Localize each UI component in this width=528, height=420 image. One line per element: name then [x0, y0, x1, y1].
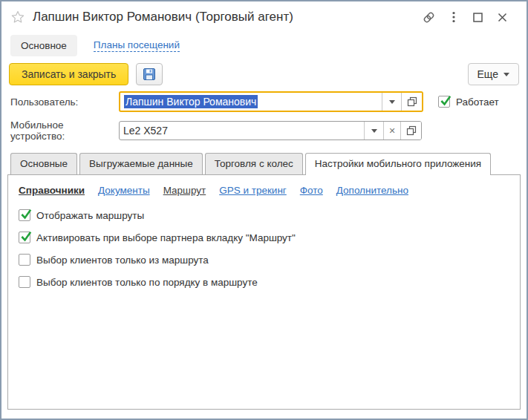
open-icon	[407, 96, 417, 107]
chevron-down-icon	[389, 100, 395, 104]
kebab-menu-icon[interactable]	[441, 8, 466, 26]
user-dropdown-button[interactable]	[382, 93, 401, 111]
user-field: Лапшин Виктор Романович	[119, 91, 423, 112]
window-titlebar: Лапшин Виктор Романович (Торговый агент)	[1, 1, 527, 31]
device-dropdown-button[interactable]	[364, 122, 383, 140]
checkbox-box	[19, 276, 30, 288]
checkbox-label: Выбор клиентов только из маршрута	[36, 255, 209, 266]
user-open-button[interactable]	[401, 93, 422, 111]
checkbox-clients-from-route-only[interactable]: Выбор клиентов только из маршрута	[19, 254, 509, 266]
tab-mobile-app-settings[interactable]: Настройки мобильного приложения	[305, 153, 491, 175]
checkmark-icon	[439, 94, 452, 108]
maximize-icon[interactable]	[466, 8, 490, 26]
more-button[interactable]: Еще	[468, 63, 520, 85]
user-field-row: Пользователь: Лапшин Виктор Романович Ра…	[10, 91, 518, 112]
tab-strip: Основные Выгружаемые данные Торговля с к…	[7, 153, 521, 174]
more-button-label: Еще	[478, 68, 499, 80]
link-additional[interactable]: Дополнительно	[336, 185, 408, 196]
link-photo[interactable]: Фото	[300, 185, 323, 196]
user-input[interactable]: Лапшин Виктор Романович	[120, 93, 382, 111]
works-checkbox[interactable]: Работает	[438, 96, 499, 108]
checkbox-label: Отображать маршруты	[36, 210, 144, 221]
favorite-star-icon[interactable]	[10, 10, 25, 24]
command-bar: Записать и закрыть Еще	[1, 59, 527, 89]
checkbox-box	[19, 209, 30, 221]
link-gps-tracking[interactable]: GPS и трекинг	[219, 185, 287, 196]
checkbox-clients-in-route-order[interactable]: Выбор клиентов только по порядку в маршр…	[19, 276, 509, 288]
works-checkbox-label: Работает	[456, 96, 499, 108]
checkbox-activate-route-tab[interactable]: Активировать при выборе партнера вкладку…	[19, 232, 509, 243]
get-link-icon[interactable]	[417, 8, 441, 26]
checkmark-icon	[19, 230, 33, 243]
nav-tab-main[interactable]: Основное	[10, 35, 77, 56]
user-field-label: Пользователь:	[10, 96, 119, 108]
tab-van-selling[interactable]: Торговля с колес	[205, 153, 303, 174]
link-documents[interactable]: Документы	[98, 185, 150, 196]
settings-checkbox-list: Отображать маршруты Активировать при выб…	[19, 209, 509, 288]
tab-exported-data[interactable]: Выгружаемые данные	[79, 153, 203, 174]
chevron-down-icon	[503, 73, 509, 76]
device-field-row: Мобильное устройство: Le2 X527 ✕	[10, 119, 518, 142]
checkbox-box	[19, 254, 30, 266]
nav-link-visit-plans[interactable]: Планы посещений	[94, 39, 180, 52]
checkbox-label: Выбор клиентов только по порядку в маршр…	[36, 277, 258, 288]
nav-row: Основное Планы посещений	[1, 31, 527, 59]
checkbox-box	[438, 96, 450, 108]
tab-main-settings[interactable]: Основные	[10, 153, 77, 174]
checkbox-label: Активировать при выборе партнера вкладку…	[36, 232, 296, 243]
checkbox-box	[19, 232, 30, 243]
save-and-close-button[interactable]: Записать и закрыть	[9, 63, 128, 85]
close-icon[interactable]	[490, 8, 515, 26]
device-input[interactable]: Le2 X527	[120, 122, 364, 140]
device-field: Le2 X527 ✕	[119, 121, 422, 140]
checkbox-show-routes[interactable]: Отображать маршруты	[19, 209, 509, 221]
device-input-text: Le2 X527	[123, 125, 168, 137]
window-title: Лапшин Виктор Романович (Торговый агент)	[33, 10, 293, 24]
tab-panel: Справочники Документы Маршрут GPS и трек…	[7, 174, 521, 410]
checkmark-icon	[19, 208, 33, 221]
device-clear-button[interactable]: ✕	[383, 122, 400, 140]
link-catalogs[interactable]: Справочники	[19, 185, 85, 196]
device-open-button[interactable]	[400, 122, 421, 140]
section-links: Справочники Документы Маршрут GPS и трек…	[19, 185, 509, 196]
user-input-selected-text: Лапшин Виктор Романович	[124, 95, 258, 108]
save-button[interactable]	[136, 63, 163, 85]
floppy-disk-icon	[143, 68, 156, 81]
chevron-down-icon	[371, 129, 377, 133]
link-route[interactable]: Маршрут	[163, 185, 206, 196]
device-field-label: Мобильное устройство:	[10, 119, 119, 142]
open-icon	[406, 125, 417, 136]
